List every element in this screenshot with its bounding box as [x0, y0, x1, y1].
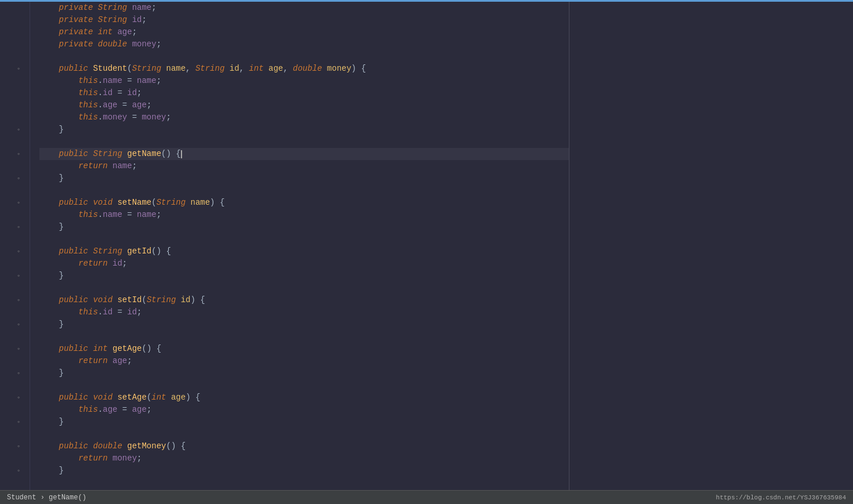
gutter-method-icon[interactable]: ◦ [14, 295, 23, 307]
gutter-line: ◦ [14, 465, 25, 477]
token-text-plain [93, 14, 97, 26]
token-type-double: double [293, 63, 322, 75]
blog-url: https://blog.csdn.net/YSJ367635984 [716, 494, 846, 501]
token-text-plain: , [239, 63, 249, 75]
gutter-method-icon[interactable]: ◦ [14, 246, 23, 258]
token-kw-this: this [78, 99, 98, 111]
token-text-plain: ; [137, 452, 141, 465]
token-text-plain [88, 391, 93, 404]
token-var-normal: name [137, 75, 157, 87]
token-text-plain [191, 489, 195, 490]
token-type-string: String [132, 63, 161, 75]
token-kw-void: void [93, 197, 112, 209]
gutter-method-icon[interactable]: ◦ [14, 343, 23, 356]
token-text-plain: = [117, 404, 132, 416]
code-line: public String getName() { [39, 148, 569, 160]
gutter-method-icon[interactable]: ◦ [14, 319, 23, 331]
code-line: public void setMoney(double money) { [39, 489, 569, 490]
token-text-plain [88, 245, 93, 258]
gutter-line: ◦ [14, 416, 25, 428]
token-text-plain: . [98, 99, 103, 111]
token-text-plain [88, 148, 93, 160]
token-param-name: money [195, 489, 220, 490]
token-text-plain: = [127, 111, 141, 124]
gutter-method-icon[interactable]: ◦ [14, 465, 23, 477]
code-line: } [39, 367, 569, 379]
token-var-normal: age [112, 355, 127, 367]
gutter-line: ◦ [14, 294, 25, 306]
gutter-method-icon[interactable]: ◦ [14, 63, 23, 75]
code-line: public void setAge(int age) { [39, 391, 569, 404]
token-method-name: Student [93, 63, 127, 75]
token-param-name: age [268, 63, 283, 75]
token-text-plain [127, 2, 132, 14]
token-var-normal: name [137, 209, 157, 221]
token-text-plain [108, 452, 112, 465]
token-text-plain [264, 63, 268, 75]
token-text-plain [88, 489, 93, 490]
gutter-method-icon[interactable]: ◦ [14, 392, 23, 404]
code-line: } [39, 318, 569, 331]
token-text-plain [161, 63, 166, 75]
token-text-plain: = [122, 75, 137, 87]
gutter-method-icon[interactable]: ◦ [14, 173, 23, 185]
token-type-string: String [147, 294, 176, 306]
code-line: public double getMoney() { [39, 440, 569, 452]
token-text-plain: = [117, 99, 132, 111]
code-content[interactable]: private String name; private String id; … [30, 2, 569, 490]
gutter-method-icon[interactable]: ◦ [14, 441, 23, 453]
token-text-plain: ( [147, 391, 151, 404]
token-var-normal: age [103, 404, 117, 416]
token-text-plain: } [59, 367, 64, 379]
token-text-plain: ; [141, 14, 146, 26]
gutter-method-icon[interactable]: ◦ [14, 270, 23, 282]
token-var-normal: age [103, 99, 117, 111]
code-line: return name; [39, 160, 569, 172]
code-line: return id; [39, 258, 569, 270]
code-line: } [39, 124, 569, 136]
gutter-method-icon[interactable]: ◦ [14, 124, 23, 136]
token-param-name: money [327, 63, 351, 75]
right-panel [569, 2, 853, 490]
token-type-string: String [157, 197, 186, 209]
token-var-normal: age [117, 26, 132, 38]
token-type-int: int [98, 26, 112, 38]
token-text-plain: ) { [191, 294, 205, 306]
code-line [39, 428, 569, 440]
token-kw-public: public [59, 245, 88, 258]
gutter-method-icon[interactable]: ◦ [14, 148, 23, 161]
gutter-line: ◦ [14, 270, 25, 282]
token-text-plain: } [59, 465, 64, 477]
gutter-method-icon[interactable]: ◦ [14, 222, 23, 234]
token-text-plain: } [59, 172, 64, 184]
token-method-name: setName [117, 197, 151, 209]
token-var-normal: money [103, 111, 127, 124]
token-param-name: name [166, 63, 186, 75]
token-type-int: int [249, 63, 263, 75]
gutter-method-icon[interactable]: ◦ [14, 368, 23, 380]
code-line: private double money; [39, 38, 569, 50]
breadcrumb: Student › getName() [7, 494, 86, 502]
token-var-normal: name [103, 75, 122, 87]
code-line: private String id; [39, 14, 569, 26]
token-kw-void: void [93, 391, 112, 404]
token-text-plain [322, 63, 326, 75]
token-param-name: name [191, 197, 210, 209]
gutter-method-icon[interactable]: ◦ [14, 416, 23, 429]
token-var-normal: money [112, 452, 137, 465]
token-text-plain [108, 355, 112, 367]
token-text-plain: . [98, 209, 103, 221]
gutter-line: ◦ [14, 124, 25, 136]
token-text-plain: () { [141, 343, 161, 355]
token-kw-this: this [78, 111, 98, 124]
token-text-plain: ; [151, 2, 156, 14]
token-type-double: double [93, 440, 122, 452]
token-kw-public: public [59, 391, 88, 404]
token-text-plain [88, 197, 93, 209]
text-cursor [181, 150, 182, 158]
breadcrumb-separator: › [41, 494, 49, 502]
gutter-line: ◦ [14, 221, 25, 233]
gutter-method-icon[interactable]: ◦ [14, 197, 23, 209]
gutter-method-icon[interactable]: ◦ [14, 490, 23, 490]
token-text-plain: ( [141, 294, 146, 306]
